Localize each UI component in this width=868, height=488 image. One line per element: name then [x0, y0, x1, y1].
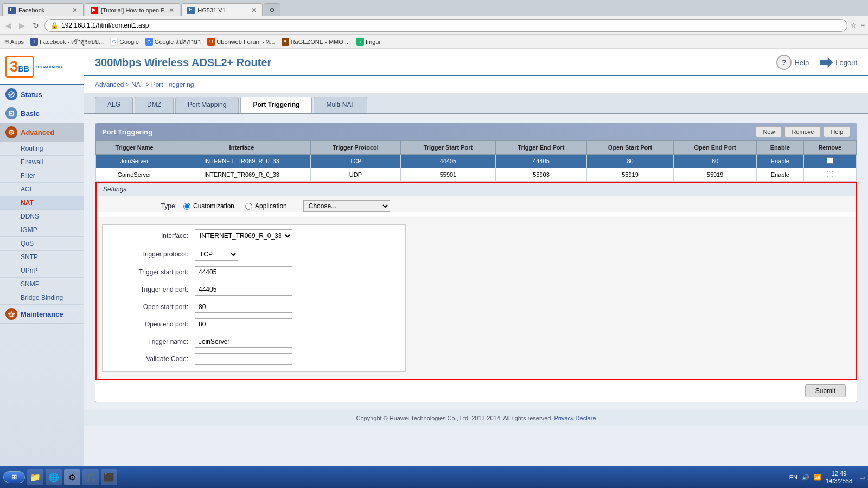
taskbar-media-player[interactable]: 🎵 [82, 469, 99, 485]
row1-remove-checkbox[interactable] [803, 155, 856, 168]
bookmark-apps[interactable]: ⊞ Apps [4, 38, 24, 45]
sidebar-advanced-label: Advanced [21, 129, 54, 137]
tab-facebook[interactable]: f Facebook ✕ [2, 3, 84, 16]
open-start-port-row: Open start port: [108, 301, 400, 313]
bookmark-facebook[interactable]: f Facebook - เข้าสู่ระบบ... [30, 37, 104, 47]
help-table-button[interactable]: Help [824, 126, 850, 137]
taskbar-file-explorer[interactable]: 📁 [27, 469, 43, 485]
row2-remove-checkbox[interactable] [803, 168, 856, 182]
reload-button[interactable]: ↻ [30, 20, 41, 31]
address-input[interactable] [61, 22, 841, 29]
bookmark-star-icon[interactable]: ☆ [851, 22, 857, 29]
content-header: 300Mbps Wireless ADSL2+ Router ? Help Lo… [84, 49, 868, 76]
sidebar-item-bridge-binding[interactable]: Bridge Binding [0, 291, 84, 305]
bookmark-google[interactable]: G Google [110, 38, 138, 46]
radio-customization[interactable]: Customization [183, 202, 234, 210]
th-interface: Interface [173, 141, 311, 155]
sidebar-item-acl[interactable]: ACL [0, 183, 84, 196]
breadcrumb-advanced[interactable]: Advanced [95, 81, 124, 88]
trigger-start-port-input[interactable] [195, 266, 292, 278]
bookmark-ubonweb[interactable]: U Ubonweb Forum - ห... [207, 37, 275, 47]
open-start-port-input[interactable] [195, 301, 292, 313]
radio-customization-input[interactable] [183, 203, 190, 210]
trigger-protocol-select[interactable]: TCP [195, 248, 238, 261]
trigger-end-port-input[interactable] [195, 284, 292, 296]
taskbar-clock: 12:49 14/3/2558 [826, 470, 852, 485]
bookmark-ragezone[interactable]: R RaGEZONE - MMO ... [282, 38, 350, 46]
th-enable: Enable [757, 141, 803, 155]
trigger-name-input[interactable] [195, 336, 292, 348]
sidebar-item-advanced[interactable]: Advanced [0, 123, 84, 142]
type-row: Type: Customization Application Choose..… [97, 196, 856, 212]
taskbar-ie[interactable]: 🌐 [46, 469, 62, 485]
row1-checkbox[interactable] [827, 157, 833, 164]
forward-button[interactable]: ▶ [17, 20, 27, 31]
tab-multi-nat[interactable]: Multi-NAT [314, 97, 367, 113]
sidebar-item-status[interactable]: Status [0, 85, 84, 104]
sidebar-item-upnp[interactable]: UPnP [0, 264, 84, 278]
sidebar-item-routing[interactable]: Routing [0, 142, 84, 156]
radio-application-input[interactable] [245, 203, 252, 210]
sidebar-item-filter[interactable]: Filter [0, 169, 84, 183]
trigger-start-port-row: Trigger start port: [108, 266, 400, 278]
open-start-port-label: Open start port: [108, 303, 195, 311]
back-button[interactable]: ◀ [3, 20, 14, 31]
sidebar-item-sntp[interactable]: SNTP [0, 251, 84, 264]
port-triggering-table: Trigger Name Interface Trigger Protocol … [95, 140, 857, 182]
open-end-port-input[interactable] [195, 318, 292, 330]
advanced-icon [5, 126, 17, 138]
close-tab-hg531[interactable]: ✕ [251, 7, 257, 14]
table-row-gameserver[interactable]: GameServer INTERNET_TR069_R_0_33 UDP 559… [96, 168, 857, 182]
table-row-joinserver[interactable]: JoinServer INTERNET_TR069_R_0_33 TCP 444… [96, 155, 857, 168]
choose-application-select[interactable]: Choose... [303, 200, 390, 212]
radio-application[interactable]: Application [245, 202, 287, 210]
taskbar-cmd[interactable]: ⬛ [101, 469, 117, 485]
new-button[interactable]: New [756, 126, 782, 137]
tab-tutorial[interactable]: ▶ [Tutorial] How to open P... ✕ [85, 3, 180, 16]
tab-port-mapping[interactable]: Port Mapping [175, 97, 239, 113]
close-tab-facebook[interactable]: ✕ [72, 7, 78, 14]
sidebar-item-qos[interactable]: QoS [0, 237, 84, 251]
breadcrumb-nat[interactable]: NAT [131, 81, 144, 88]
radio-group-type: Customization Application Choose... [183, 200, 390, 212]
interface-select[interactable]: INTERNET_TR069_R_0_33 [195, 229, 292, 242]
content-area: 300Mbps Wireless ADSL2+ Router ? Help Lo… [84, 49, 868, 488]
row2-checkbox[interactable] [827, 171, 833, 177]
sidebar-item-firewall[interactable]: Firewall [0, 156, 84, 169]
tab-port-triggering[interactable]: Port Triggering [240, 97, 312, 113]
port-triggering-header: Port Triggering New Remove Help [95, 123, 857, 140]
trigger-protocol-row: Trigger protocol: TCP [108, 248, 400, 261]
sidebar-item-maintenance[interactable]: Maintenance [0, 305, 84, 324]
privacy-link[interactable]: Privacy Declare [554, 415, 596, 421]
th-open-start: Open Start Port [586, 141, 673, 155]
logout-icon [820, 57, 833, 68]
close-tab-tutorial[interactable]: ✕ [169, 7, 174, 14]
sidebar-item-ddns[interactable]: DDNS [0, 210, 84, 223]
sidebar-item-igmp[interactable]: IGMP [0, 223, 84, 237]
taskbar-volume-icon[interactable]: 🔊 [802, 474, 809, 481]
submit-button[interactable]: Submit [805, 384, 846, 397]
logo-broadband: BROADBAND [35, 65, 62, 69]
nav-bar: ◀ ▶ ↻ 🔒 ☆ ≡ [0, 16, 868, 35]
taskbar-show-desktop[interactable]: ▭ [857, 474, 865, 481]
sidebar-item-nat[interactable]: NAT [0, 196, 84, 210]
taskbar-network-icon[interactable]: 📶 [814, 474, 821, 481]
tab-hg531[interactable]: H HG531 V1 ✕ [181, 3, 263, 16]
svg-point-4 [11, 132, 12, 133]
new-tab-button[interactable]: ⊕ [264, 3, 280, 16]
bookmark-google-translate[interactable]: G Google แปลภาษา [145, 37, 201, 47]
taskbar-chrome[interactable]: ⚙ [64, 469, 80, 485]
tab-alg[interactable]: ALG [95, 97, 133, 113]
logout-button[interactable]: Logout [820, 57, 857, 68]
tab-navigation: ALG DMZ Port Mapping Port Triggering Mul… [84, 93, 868, 114]
bookmark-imgur[interactable]: i Imgur [356, 38, 381, 46]
start-button[interactable]: ⊞ [3, 471, 25, 483]
settings-icon[interactable]: ≡ [861, 22, 865, 29]
sidebar-item-snmp[interactable]: SNMP [0, 278, 84, 291]
help-button[interactable]: ? Help [776, 55, 809, 70]
sidebar-item-basic[interactable]: Basic [0, 104, 84, 123]
validate-code-input[interactable] [195, 353, 292, 365]
remove-button[interactable]: Remove [784, 126, 821, 137]
th-remove: Remove [803, 141, 856, 155]
tab-dmz[interactable]: DMZ [135, 97, 174, 113]
